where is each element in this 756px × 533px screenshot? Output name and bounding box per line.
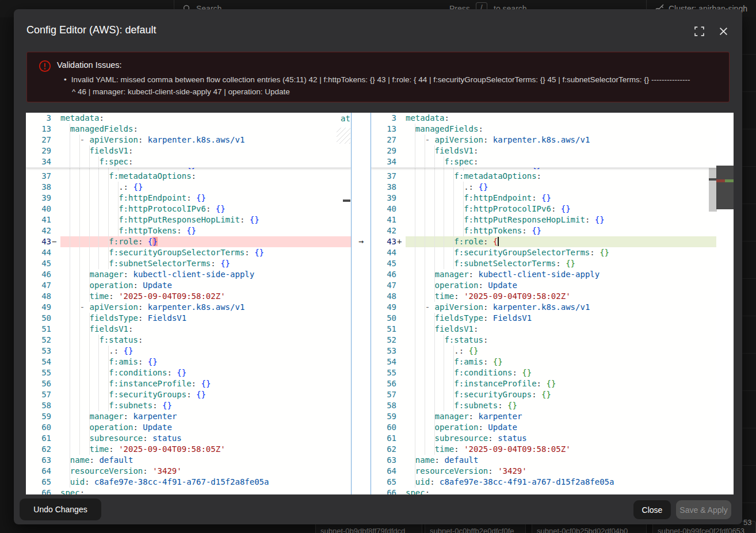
sticky-line[interactable]: 3metadata: xyxy=(371,113,716,124)
code-line[interactable]: 47 operation: Update xyxy=(26,280,351,291)
code-line[interactable]: 43− f:role: {} xyxy=(26,236,351,247)
code-line[interactable]: 54 f:amis: {} xyxy=(371,356,716,367)
partial-line[interactable]: {} xyxy=(371,168,716,171)
code-line[interactable]: 60 operation: Update xyxy=(371,422,716,433)
text-cursor xyxy=(498,237,499,246)
close-modal-button[interactable] xyxy=(717,25,730,37)
validation-line2: ^ 46 | manager: kubectl-client-side-appl… xyxy=(64,86,720,98)
original-code-lines[interactable]: 37 f:metadataOptions:38 .: {}39 f:httpEn… xyxy=(26,171,351,494)
validation-line1: Invalid YAML: missed comma between flow … xyxy=(71,75,690,84)
code-line[interactable]: 52 f:status: xyxy=(371,335,716,346)
sticky-scroll-modified[interactable]: 3metadata:13 managedFields:27 - apiVersi… xyxy=(371,113,716,168)
code-line[interactable]: 53 .: {} xyxy=(371,346,716,356)
sticky-scroll-original[interactable]: 3metadata:13 managedFields:27 - apiVersi… xyxy=(26,113,351,168)
code-line[interactable]: 61 subresource: status xyxy=(26,433,351,444)
code-line[interactable]: 41 f:httpPutResponseHopLimit: {} xyxy=(371,214,716,225)
vertical-scrollbar[interactable] xyxy=(709,166,717,212)
code-line[interactable]: 40 f:httpProtocolIPv6: {} xyxy=(26,204,351,214)
code-line[interactable]: 65 uid: c8afe97e-38cc-4f91-a767-d15f2a8f… xyxy=(26,477,351,488)
code-line[interactable]: 46 manager: kubectl-client-side-apply xyxy=(371,269,716,280)
code-line[interactable]: 51 fieldsV1: xyxy=(26,324,351,335)
code-line[interactable]: 49 - apiVersion: karpenter.k8s.aws/v1 xyxy=(26,302,351,313)
code-line[interactable]: 59 manager: karpenter xyxy=(371,411,716,422)
code-line[interactable]: 38 .: {} xyxy=(371,182,716,193)
code-line[interactable]: 59 manager: karpenter xyxy=(26,411,351,422)
code-line[interactable]: 64 resourceVersion: '3429' xyxy=(371,466,716,477)
sticky-line[interactable]: 13 managedFields: xyxy=(371,124,716,135)
code-line[interactable]: 63 name: default xyxy=(26,455,351,466)
save-apply-button[interactable]: Save & Apply xyxy=(676,500,731,519)
code-line[interactable]: 53 .: {} xyxy=(26,346,351,356)
expand-button[interactable] xyxy=(693,25,705,37)
code-line[interactable]: 37 f:metadataOptions: xyxy=(371,171,716,182)
code-line[interactable]: 48 time: '2025-09-04T09:58:02Z' xyxy=(26,291,351,302)
code-line[interactable]: 57 f:securityGroups: {} xyxy=(371,389,716,400)
code-line[interactable]: 46 manager: kubectl-client-side-apply xyxy=(26,269,351,280)
config-editor-modal: Config Editor (AWS): default Validation … xyxy=(14,9,742,524)
code-line[interactable]: 42 f:httpTokens: {} xyxy=(26,225,351,236)
code-line[interactable]: 65 uid: c8afe97e-38cc-4f91-a767-d15f2a8f… xyxy=(371,477,716,488)
modified-code-lines[interactable]: 37 f:metadataOptions:38 .: {}39 f:httpEn… xyxy=(371,171,716,494)
sticky-line[interactable]: 3metadata: xyxy=(26,113,351,124)
code-line[interactable]: 50 fieldsType: FieldsV1 xyxy=(26,313,351,324)
sticky-line[interactable]: 29 fieldsV1: xyxy=(26,145,351,156)
code-line[interactable]: 57 f:securityGroups: {} xyxy=(26,389,351,400)
code-line[interactable]: 66spec: xyxy=(371,488,716,494)
code-line[interactable]: 44 f:securityGroupSelectorTerms: {} xyxy=(26,247,351,258)
code-line[interactable]: 47 operation: Update xyxy=(371,280,716,291)
code-line[interactable]: 40 f:httpProtocolIPv6: {} xyxy=(371,204,716,214)
code-line[interactable]: 62 time: '2025-09-04T09:58:05Z' xyxy=(371,444,716,455)
clipped-line-fragment: {} xyxy=(26,168,351,171)
validation-banner: Validation Issues: •Invalid YAML: missed… xyxy=(26,52,730,102)
code-line[interactable]: 38 .: {} xyxy=(26,182,351,193)
code-line[interactable]: 64 resourceVersion: '3429' xyxy=(26,466,351,477)
partial-line[interactable]: {} xyxy=(26,168,351,171)
code-line[interactable]: 50 fieldsType: FieldsV1 xyxy=(371,313,716,324)
collapsed-region-hatch xyxy=(337,128,350,144)
clipped-sticky-text: at xyxy=(341,114,350,123)
close-icon xyxy=(719,27,728,36)
sticky-line[interactable]: 34 f:spec: xyxy=(371,156,716,167)
sticky-line[interactable]: 27 - apiVersion: karpenter.k8s.aws/v1 xyxy=(371,135,716,145)
overview-ruler-delete-mark xyxy=(716,179,725,182)
sticky-line[interactable]: 27 - apiVersion: karpenter.k8s.aws/v1 xyxy=(26,135,351,145)
code-line[interactable]: 60 operation: Update xyxy=(26,422,351,433)
code-line[interactable]: 66spec: xyxy=(26,488,351,494)
code-line[interactable]: 48 time: '2025-09-04T09:58:02Z' xyxy=(371,291,716,302)
code-line[interactable]: 43+ f:role: { xyxy=(371,236,716,247)
code-line[interactable]: 42 f:httpTokens: {} xyxy=(371,225,716,236)
code-line[interactable]: 45 f:subnetSelectorTerms: {} xyxy=(26,258,351,269)
code-line[interactable]: 45 f:subnetSelectorTerms: {} xyxy=(371,258,716,269)
diff-modified-pane[interactable]: 3metadata:13 managedFields:27 - apiVersi… xyxy=(371,113,716,494)
code-line[interactable]: 55 f:conditions: {} xyxy=(371,367,716,378)
code-line[interactable]: 51 fieldsV1: xyxy=(371,324,716,335)
code-line[interactable]: 54 f:amis: {} xyxy=(26,356,351,367)
code-line[interactable]: 37 f:metadataOptions: xyxy=(26,171,351,182)
code-line[interactable]: 63 name: default xyxy=(371,455,716,466)
code-line[interactable]: 41 f:httpPutResponseHopLimit: {} xyxy=(26,214,351,225)
code-line[interactable]: 56 f:instanceProfile: {} xyxy=(26,378,351,389)
overview-ruler-viewport[interactable] xyxy=(716,166,734,209)
validation-message: •Invalid YAML: missed comma between flow… xyxy=(64,74,720,98)
code-line[interactable]: 61 subresource: status xyxy=(371,433,716,444)
code-line[interactable]: 58 f:subnets: {} xyxy=(26,400,351,411)
sticky-line[interactable]: 34 f:spec: xyxy=(26,156,351,167)
copy-change-arrow[interactable]: → xyxy=(352,236,371,247)
sticky-line[interactable]: 13 managedFields: xyxy=(26,124,351,135)
sticky-line[interactable]: 29 fieldsV1: xyxy=(371,145,716,156)
code-line[interactable]: 55 f:conditions: {} xyxy=(26,367,351,378)
code-line[interactable]: 49 - apiVersion: karpenter.k8s.aws/v1 xyxy=(371,302,716,313)
code-line[interactable]: 44 f:securityGroupSelectorTerms: {} xyxy=(371,247,716,258)
modal-title: Config Editor (AWS): default xyxy=(26,24,156,36)
code-line[interactable]: 52 f:status: xyxy=(26,335,351,346)
code-line[interactable]: 62 time: '2025-09-04T09:58:05Z' xyxy=(26,444,351,455)
scrollbar-diff-mark xyxy=(709,178,717,181)
code-line[interactable]: 39 f:httpEndpoint: {} xyxy=(26,193,351,204)
code-line[interactable]: 56 f:instanceProfile: {} xyxy=(371,378,716,389)
code-line[interactable]: 39 f:httpEndpoint: {} xyxy=(371,193,716,204)
close-button[interactable]: Close xyxy=(633,500,671,519)
undo-changes-button[interactable]: Undo Changes xyxy=(20,499,101,520)
diff-original-pane[interactable]: 3metadata:13 managedFields:27 - apiVersi… xyxy=(26,113,351,494)
code-line[interactable]: 58 f:subnets: {} xyxy=(371,400,716,411)
backdrop-table-edge xyxy=(742,17,756,523)
